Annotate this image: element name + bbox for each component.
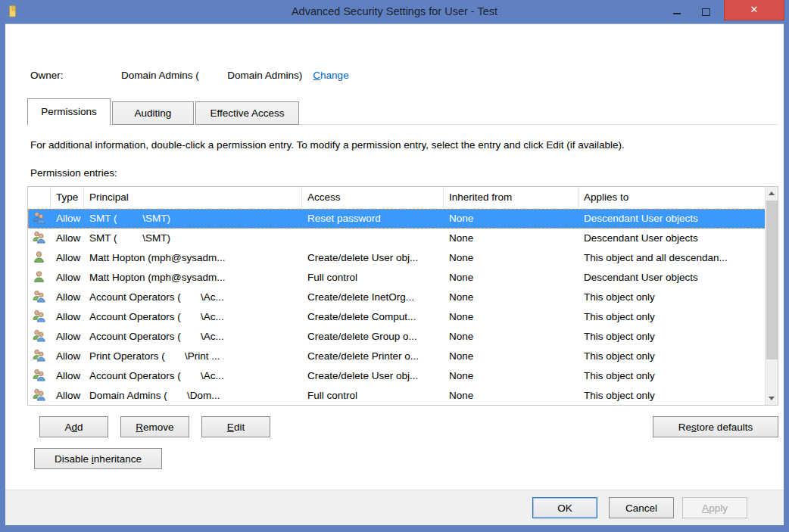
close-icon: ✕ (750, 4, 759, 15)
cell-principal: Account Operators ( \Ac... (84, 288, 302, 307)
close-button[interactable]: ✕ (724, 0, 784, 20)
cell-applies: Descendant User objects (578, 268, 778, 288)
cell-access: Full control (302, 386, 444, 406)
table-row[interactable]: Allow Domain Admins ( \Dom... Full contr… (28, 386, 778, 406)
scroll-up-button[interactable] (766, 187, 778, 200)
table-row[interactable]: Allow SMT ( \SMT) None Descendant User o… (28, 229, 778, 248)
cell-access: Create/delete User obj... (302, 366, 444, 386)
cell-inherited: None (444, 209, 578, 229)
restore-defaults-button[interactable]: Restore defaults (653, 416, 778, 437)
tab-permissions[interactable]: Permissions (27, 98, 111, 125)
cell-applies: This object and all descendan... (578, 248, 778, 268)
table-row[interactable]: Allow Account Operators ( \Ac... Create/… (28, 288, 778, 307)
ok-button[interactable]: OK (532, 497, 597, 518)
tab-effective-access[interactable]: Effective Access (195, 101, 299, 125)
cell-access (302, 229, 444, 248)
cell-applies: Descendant User objects (578, 209, 778, 229)
cell-principal: Matt Hopton (mph@sysadm... (84, 268, 302, 288)
header-applies-to[interactable]: Applies to (578, 187, 778, 208)
cell-inherited: None (444, 386, 578, 406)
table-row[interactable]: Allow Account Operators ( \Ac... Create/… (28, 366, 778, 386)
cell-principal: SMT ( \SMT) (84, 209, 302, 229)
cell-applies: This object only (578, 288, 778, 307)
dialog-content: Owner: Domain Admins ( Domain Admins) Ch… (5, 23, 784, 525)
edit-button[interactable]: Edit (201, 416, 270, 437)
cell-type: Allow (51, 307, 84, 327)
apply-button[interactable]: Apply (682, 497, 747, 518)
permission-entries-table: Type Principal Access Inherited from App… (27, 186, 778, 406)
cell-principal: Matt Hopton (mph@sysadm... (84, 248, 302, 268)
vertical-scrollbar[interactable] (765, 187, 778, 405)
dialog-footer: OK Cancel Apply (5, 490, 784, 525)
header-type[interactable]: Type (51, 187, 84, 208)
principal-icon (28, 268, 51, 288)
table-row[interactable]: Allow Print Operators ( \Print ... Creat… (28, 347, 778, 366)
cell-inherited: None (444, 347, 578, 366)
principal-icon (28, 386, 51, 406)
table-row[interactable]: Allow Account Operators ( \Ac... Create/… (28, 327, 778, 347)
cell-applies: This object only (578, 366, 778, 386)
cell-applies: This object only (578, 347, 778, 366)
owner-value: Domain Admins ( Domain Admins) (121, 70, 302, 81)
cell-inherited: None (444, 366, 578, 386)
cell-principal: SMT ( \SMT) (84, 229, 302, 248)
maximize-button[interactable] (692, 0, 719, 20)
header-icon-column (28, 187, 51, 208)
table-header: Type Principal Access Inherited from App… (28, 187, 778, 209)
header-principal[interactable]: Principal (84, 187, 302, 208)
cell-applies: This object only (578, 307, 778, 327)
cell-inherited: None (444, 288, 578, 307)
cell-applies: This object only (578, 386, 778, 406)
table-row[interactable]: Allow Matt Hopton (mph@sysadm... Full co… (28, 268, 778, 288)
add-button[interactable]: Add (39, 416, 108, 437)
chevron-down-icon (769, 397, 775, 400)
cell-principal: Account Operators ( \Ac... (84, 307, 302, 327)
cell-inherited: None (444, 248, 578, 268)
cancel-button[interactable]: Cancel (609, 497, 674, 518)
minimize-icon (673, 13, 681, 14)
cell-access: Reset password (302, 209, 444, 229)
entry-action-row: Add Remove Edit Restore defaults (27, 416, 778, 437)
principal-icon (28, 209, 51, 229)
principal-icon (28, 248, 51, 268)
table-row[interactable]: Allow Matt Hopton (mph@sysadm... Create/… (28, 248, 778, 268)
header-inherited-from[interactable]: Inherited from (444, 187, 578, 208)
cell-type: Allow (51, 386, 84, 406)
cell-principal: Print Operators ( \Print ... (84, 347, 302, 366)
principal-icon (28, 307, 51, 327)
maximize-icon (702, 8, 710, 16)
table-row[interactable]: Allow SMT ( \SMT) Reset password None De… (28, 209, 778, 229)
cell-type: Allow (51, 347, 84, 366)
cell-access: Create/delete InetOrg... (302, 288, 444, 307)
minimize-button[interactable] (665, 0, 689, 20)
disable-inheritance-button[interactable]: Disable inheritance (34, 448, 162, 469)
principal-icon (28, 347, 51, 366)
cell-access: Create/delete Printer o... (302, 347, 444, 366)
cell-applies: This object only (578, 327, 778, 347)
scrollbar-thumb[interactable] (766, 201, 778, 359)
chevron-up-icon (769, 191, 775, 195)
change-owner-link[interactable]: Change (313, 70, 348, 81)
cell-type: Allow (51, 366, 84, 386)
table-row[interactable]: Allow Account Operators ( \Ac... Create/… (28, 307, 778, 327)
cell-inherited: None (444, 327, 578, 347)
header-access[interactable]: Access (302, 187, 444, 208)
permission-entries-label: Permission entries: (30, 167, 117, 179)
cell-access: Create/delete User obj... (302, 248, 444, 268)
cell-access: Full control (302, 268, 444, 288)
cell-principal: Account Operators ( \Ac... (84, 366, 302, 386)
cell-type: Allow (51, 229, 84, 248)
cell-inherited: None (444, 268, 578, 288)
cell-type: Allow (51, 327, 84, 347)
principal-icon (28, 366, 51, 386)
tab-auditing[interactable]: Auditing (112, 101, 194, 125)
remove-button[interactable]: Remove (120, 416, 189, 437)
cell-type: Allow (51, 288, 84, 307)
title-bar[interactable]: Advanced Security Settings for User - Te… (0, 0, 789, 23)
scroll-down-button[interactable] (766, 392, 778, 405)
cell-inherited: None (444, 229, 578, 248)
cell-applies: Descendant User objects (578, 229, 778, 248)
advanced-security-settings-dialog: Advanced Security Settings for User - Te… (0, 0, 789, 532)
cell-principal: Account Operators ( \Ac... (84, 327, 302, 347)
cell-inherited: None (444, 307, 578, 327)
